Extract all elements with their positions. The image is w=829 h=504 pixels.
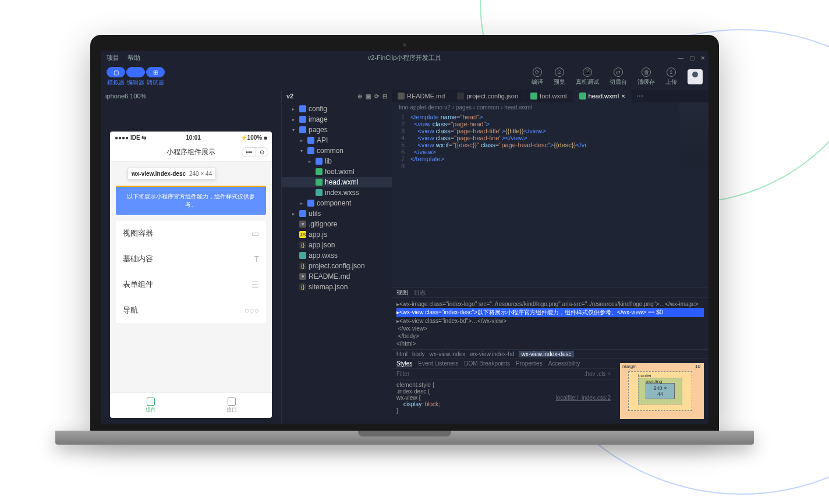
- tree-item[interactable]: head.wxml: [282, 177, 392, 187]
- mode-pill[interactable]: ▢ 模拟器: [107, 67, 125, 87]
- devtools-tab[interactable]: 日志: [414, 289, 426, 297]
- refresh-icon[interactable]: ⟳: [374, 93, 379, 100]
- file-icon: {}: [299, 283, 306, 290]
- tree-item[interactable]: app.wxss: [282, 250, 392, 261]
- tree-item[interactable]: ▸ config: [282, 104, 392, 114]
- highlighted-element[interactable]: 以下将展示小程序官方组件能力，组件样式仅供参考。: [116, 186, 266, 215]
- dom-node[interactable]: ▸<wx-image class="index-logo" src="../re…: [396, 300, 704, 308]
- crumb-item[interactable]: wx-view.index: [430, 351, 466, 357]
- minimize-icon[interactable]: —: [678, 55, 683, 61]
- code-line: 8: [392, 162, 708, 169]
- styles-tab[interactable]: Styles: [396, 360, 412, 367]
- line-content: [410, 162, 708, 169]
- tree-item[interactable]: ▸ API: [282, 135, 392, 145]
- close-icon[interactable]: ×: [621, 93, 625, 100]
- file-icon: [299, 252, 306, 259]
- tree-item[interactable]: JS app.js: [282, 229, 392, 240]
- toolbar-button[interactable]: ↥ 上传: [665, 68, 677, 86]
- inspector-tooltip: wx-view.index-desc 240 × 44: [127, 168, 216, 180]
- tree-item-name: head.wxml: [325, 178, 358, 186]
- tree-item[interactable]: ▾ .gitignore: [282, 219, 392, 229]
- collapse-icon[interactable]: ⊟: [382, 93, 387, 100]
- tabbar-item[interactable]: 接口: [191, 393, 272, 418]
- crumb-item[interactable]: wx-view.index-hd: [470, 351, 514, 357]
- code-line: 4 <view class="page-head-line"></view>: [392, 134, 708, 141]
- pill-icon: ⊞: [146, 67, 165, 77]
- list-item[interactable]: 导航 ○○○: [116, 297, 266, 323]
- dom-node[interactable]: </body>: [396, 332, 704, 340]
- chevron-icon: ▸: [309, 159, 313, 164]
- styles-tab[interactable]: DOM Breakpoints: [464, 360, 510, 367]
- more-tabs-icon[interactable]: ⋯: [632, 90, 648, 102]
- new-folder-icon[interactable]: ▣: [366, 93, 371, 100]
- tree-item[interactable]: foot.wxml: [282, 166, 392, 177]
- list-item[interactable]: 基础内容 T: [116, 246, 266, 272]
- toolbar-button[interactable]: 📱 真机调试: [576, 68, 599, 86]
- dom-tree[interactable]: ▸<wx-image class="index-logo" src="../re…: [392, 298, 708, 349]
- tree-item-name: lib: [325, 157, 332, 165]
- mode-pill[interactable]: ⊞ 调试器: [146, 67, 165, 87]
- laptop-base: [55, 431, 754, 445]
- crumb-item[interactable]: wx-view.index-desc: [519, 351, 573, 357]
- crumb-item[interactable]: html: [396, 351, 408, 357]
- editor-tab[interactable]: head.wxml ×: [573, 90, 632, 102]
- editor-tab[interactable]: README.md: [392, 90, 451, 102]
- styles-tab[interactable]: Accessibility: [548, 360, 580, 367]
- camera-dot: [403, 43, 406, 47]
- close-icon[interactable]: ✕: [700, 55, 705, 61]
- styles-tab[interactable]: Properties: [516, 360, 543, 367]
- tree-item[interactable]: ▸ utils: [282, 208, 392, 219]
- dom-node[interactable]: ▸<wx-view class="index-desc">以下将展示小程序官方组…: [396, 308, 704, 317]
- tree-item[interactable]: {} sitemap.json: [282, 282, 392, 292]
- tree-item[interactable]: ▸ image: [282, 114, 392, 125]
- titlebar: 项目 帮助 v2-FinClip小程序开发工具 — ▢ ✕: [101, 51, 708, 64]
- dom-node[interactable]: </wx-view>: [396, 325, 704, 332]
- css-rule[interactable]: element.style {: [396, 382, 611, 388]
- dom-node[interactable]: </html>: [396, 340, 704, 347]
- toolbar-button[interactable]: ⊙ 预览: [554, 68, 565, 86]
- tabbar-item[interactable]: 组件: [110, 393, 191, 418]
- tree-item[interactable]: {} app.json: [282, 240, 392, 250]
- new-file-icon[interactable]: ⊕: [357, 93, 362, 100]
- tree-item[interactable]: ▸ component: [282, 198, 392, 208]
- mode-pill[interactable]: 编辑器: [126, 67, 145, 87]
- editor-tab[interactable]: project.config.json: [451, 90, 525, 102]
- simulator-panel: iphone6 100% ●●●● IDE ⇆ 10:01 ⚡100% ■ 小程…: [101, 90, 281, 424]
- maximize-icon[interactable]: ▢: [689, 55, 695, 61]
- list-item[interactable]: 表单组件 ☰: [116, 272, 266, 297]
- toolbar-button[interactable]: 🗑 清缓存: [637, 68, 655, 86]
- tree-item[interactable]: index.wxss: [282, 187, 392, 198]
- toolbar-label: 上传: [665, 78, 677, 86]
- filter-actions[interactable]: :hov .cls +: [584, 371, 611, 377]
- crumb-item[interactable]: body: [412, 351, 425, 357]
- toolbar-button[interactable]: ⟳ 编译: [532, 68, 543, 86]
- code-line: 6 </view>: [392, 148, 708, 155]
- menu-item[interactable]: 帮助: [127, 54, 140, 62]
- dom-node[interactable]: ▸<wx-view class="index-bd">…</wx-view>: [396, 317, 704, 325]
- toolbar-button[interactable]: ⇄ 切后台: [610, 68, 627, 86]
- editor-tab[interactable]: foot.wxml: [525, 90, 573, 102]
- tree-item[interactable]: ▾ pages: [282, 125, 392, 135]
- devtools-tab[interactable]: 视图: [396, 289, 408, 297]
- capsule-close-icon[interactable]: ⊙: [256, 148, 268, 157]
- line-number: 5: [392, 141, 410, 148]
- css-rules[interactable]: element.style { .index-desc {</span> </d…: [392, 379, 615, 424]
- css-rule[interactable]: .index-desc {</span> </div><div class="d…: [396, 388, 611, 395]
- styles-tab[interactable]: Event Listeners: [418, 360, 458, 367]
- list-item[interactable]: 视图容器 ▭: [116, 221, 266, 246]
- list-item-icon: ▭: [251, 229, 259, 238]
- css-rule[interactable]: wx-view {localfile:/_index.css:2: [396, 395, 611, 401]
- capsule-menu-icon[interactable]: •••: [242, 148, 256, 157]
- filter-label[interactable]: Filter: [396, 371, 409, 377]
- capsule[interactable]: ••• ⊙: [242, 147, 268, 157]
- tree-item[interactable]: {} project.config.json: [282, 261, 392, 271]
- tree-item[interactable]: ▾ README.md: [282, 271, 392, 282]
- minimap[interactable]: [679, 102, 708, 166]
- menu-item[interactable]: 项目: [107, 54, 119, 62]
- tree-item[interactable]: ▾ common: [282, 145, 392, 156]
- tree-item[interactable]: ▸ lib: [282, 156, 392, 166]
- avatar[interactable]: [688, 69, 703, 84]
- file-icon: [316, 158, 323, 165]
- status-signal: ●●●● IDE ⇆: [115, 134, 146, 141]
- code-editor[interactable]: 1 <template name="head"> 2 <view class="…: [392, 112, 708, 287]
